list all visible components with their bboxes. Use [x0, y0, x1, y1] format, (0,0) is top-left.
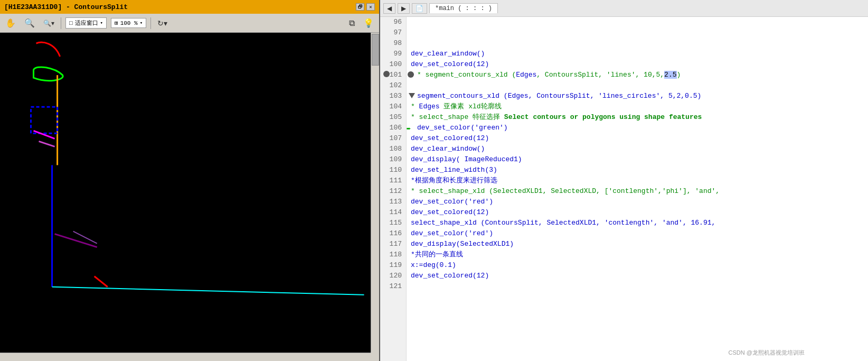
svg-line-3: [39, 141, 55, 146]
code-line-108: dev_clear_window(): [407, 144, 868, 154]
code-comment-104: *: [411, 103, 419, 110]
close-button[interactable]: ✕: [366, 3, 375, 11]
fit-window-arrow: ▾: [100, 20, 103, 26]
code-line-119: x:=deg(0.1): [407, 260, 868, 271]
loop-tool[interactable]: ↻▾: [155, 18, 169, 29]
line-num-110: 110: [384, 165, 402, 175]
svg-rect-1: [31, 107, 58, 133]
code-text-100: dev_set_colored(12): [411, 60, 489, 68]
code-line-107: dev_set_colored(12): [407, 133, 868, 144]
code-text-103: segment_contours_xld (Edges, ContoursSpl…: [417, 92, 701, 100]
separator-1: [61, 17, 61, 29]
zoom-100-btn[interactable]: ⊞ 100 % ▾: [111, 18, 146, 28]
code-line-97: [407, 27, 868, 38]
code-line-98: [407, 38, 868, 49]
code-line-109: dev_display( ImageReduced1): [407, 154, 868, 165]
watermark: CSDN @龙熙机器视觉培训班: [729, 349, 805, 357]
code-text-117: dev_display(SelectedXLD1): [411, 240, 514, 248]
title-bar-controls: 🗗 ✕: [356, 3, 375, 11]
code-text-109: dev_display( ImageReduced1): [411, 155, 522, 163]
line-num-97: 97: [384, 27, 402, 38]
page-button[interactable]: 📄: [412, 3, 427, 14]
horizontal-scrollbar[interactable]: [0, 353, 371, 361]
code-line-100: dev_set_colored(12): [407, 59, 868, 70]
svg-line-9: [52, 287, 364, 295]
code-line-103: segment_contours_xld (Edges, ContoursSpl…: [407, 91, 868, 101]
line-num-109: 109: [384, 154, 402, 165]
line-num-117: 117: [384, 239, 402, 249]
line-num-101: 101: [384, 70, 402, 80]
line-num-106: 106: [384, 123, 402, 133]
line-num-107: 107: [384, 133, 402, 144]
code-text-108: dev_clear_window(): [411, 145, 485, 153]
line-num-113: 113: [384, 197, 402, 207]
code-text-114: dev_set_colored(12): [411, 208, 489, 216]
svg-line-2: [34, 131, 55, 138]
line-num-105: 105: [384, 112, 402, 123]
code-text-106: dev_set_color('green'): [417, 124, 508, 132]
line-num-100: 100: [384, 59, 402, 70]
arrow-indicator-106: ➨: [407, 124, 411, 134]
code-line-96: [407, 17, 868, 27]
circle-indicator-101: [408, 71, 414, 78]
back-button[interactable]: ◀: [383, 3, 395, 14]
forward-button[interactable]: ▶: [398, 3, 410, 14]
code-line-99: dev_clear_window(): [407, 49, 868, 59]
code-comment-112: * select_shape_xld (SelectedXLD1, Select…: [411, 187, 720, 195]
line-num-96: 96: [384, 17, 402, 27]
code-comment-118: *共同的一条直线: [411, 251, 463, 258]
code-comment-111: *根据角度和长度来进行筛选: [411, 177, 497, 184]
scrollbar-corner: [371, 353, 379, 361]
code-line-105: * select_shape 特征选择 Select contours or p…: [407, 112, 868, 123]
code-editor: 96 97 98 99 100 101 102 103 104 105 106 …: [380, 17, 868, 361]
code-line-101: * segment_contours_xld (Edges, ContoursS…: [407, 70, 868, 80]
code-line-113: dev_set_color('red'): [407, 197, 868, 207]
zoom-100-text: 100 %: [120, 20, 138, 26]
line-num-118: 118: [384, 249, 402, 260]
vertical-scrollbar[interactable]: [371, 33, 379, 353]
left-panel: [H1E23AA311D0] - ContoursSplit 🗗 ✕ ✋ 🔍 🔍…: [0, 0, 380, 361]
canvas-svg: [0, 33, 379, 361]
code-line-102: [407, 80, 868, 91]
code-line-112: * select_shape_xld (SelectedXLD1, Select…: [407, 186, 868, 197]
layers-tool[interactable]: ⧉: [347, 17, 357, 29]
line-num-98: 98: [384, 38, 402, 49]
line-num-111: 111: [384, 175, 402, 186]
code-comment-101: * segment_contours_xld (: [417, 71, 516, 79]
title-bar: [H1E23AA311D0] - ContoursSplit 🗗 ✕: [0, 0, 379, 14]
line-num-121: 121: [384, 281, 402, 292]
svg-line-6: [95, 276, 108, 287]
viewer-toolbar: ✋ 🔍 🔍▾ □ 适应窗口 ▾ ⊞ 100 % ▾ ↻▾ ⧉ 💡: [0, 14, 379, 33]
line-num-120: 120: [384, 271, 402, 281]
restore-button[interactable]: 🗗: [356, 3, 364, 11]
main-tab[interactable]: *main ( : : : ): [429, 3, 498, 13]
triangle-indicator-103: [409, 93, 415, 98]
line-num-104: 104: [384, 101, 402, 112]
code-line-116: dev_set_color('red'): [407, 228, 868, 239]
code-text-119: x:=deg(0.1): [411, 261, 456, 269]
code-text-116: dev_set_color('red'): [411, 229, 493, 237]
line-num-119: 119: [384, 260, 402, 271]
code-line-117: dev_display(SelectedXLD1): [407, 239, 868, 249]
line-num-112: 112: [384, 186, 402, 197]
line-num-99: 99: [384, 49, 402, 59]
line-num-116: 116: [384, 228, 402, 239]
separator-2: [150, 17, 151, 29]
zoom-tool[interactable]: 🔍: [22, 17, 37, 29]
scrollbar-thumb-v[interactable]: [372, 34, 379, 66]
line-num-102: 102: [384, 80, 402, 91]
code-line-110: dev_set_line_width(3): [407, 165, 868, 175]
code-text-107: dev_set_colored(12): [411, 134, 489, 142]
fit-window-btn[interactable]: □ 适应窗口 ▾: [65, 17, 107, 29]
code-text-115: select_shape_xld (ContoursSplit, Selecte…: [411, 219, 715, 227]
code-line-111: *根据角度和长度来进行筛选: [407, 175, 868, 186]
code-line-114: dev_set_colored(12): [407, 207, 868, 218]
bulb-tool[interactable]: 💡: [361, 17, 376, 29]
zoom-dropdown[interactable]: 🔍▾: [41, 18, 56, 28]
canvas-area: [0, 33, 379, 361]
line-numbers: 96 97 98 99 100 101 102 103 104 105 106 …: [380, 17, 407, 361]
hand-tool[interactable]: ✋: [3, 17, 18, 29]
code-line-106: ➨ dev_set_color('green'): [407, 123, 868, 133]
edges-text: Edges: [516, 71, 536, 79]
code-text-99: dev_clear_window(): [411, 50, 485, 58]
